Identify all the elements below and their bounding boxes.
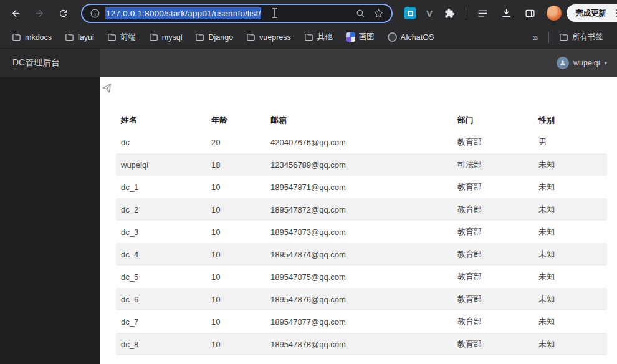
- side-panel-icon: [525, 8, 535, 19]
- bookmark-label: 其他: [317, 32, 333, 42]
- table-cell: 123456789@qq.com: [265, 153, 452, 176]
- site-info-icon[interactable]: [90, 8, 100, 19]
- table-cell: 未知: [533, 153, 607, 176]
- all-bookmarks-button[interactable]: 所有书签: [553, 29, 609, 45]
- column-header: 姓名: [116, 110, 206, 131]
- table-cell: 189547877@qq.com: [265, 310, 452, 333]
- app-header: DC管理后台 wupeiqi ▾: [0, 49, 617, 77]
- kebab-menu-icon[interactable]: ⋮: [612, 7, 617, 19]
- bookmark-item[interactable]: mkdocs: [6, 30, 57, 44]
- url-text[interactable]: 127.0.0.1:8000/stark/app01/userinfo/list…: [105, 7, 261, 19]
- bookmark-item[interactable]: vuepress: [241, 30, 297, 44]
- bookmark-item[interactable]: 前端: [102, 29, 141, 45]
- bookmark-item[interactable]: mysql: [143, 30, 188, 44]
- back-icon: [11, 8, 21, 19]
- data-table: 姓名年龄邮箱部门性别 dc20420407676@qq.com教育部男wupei…: [116, 110, 607, 355]
- app-brand[interactable]: DC管理后台: [0, 49, 100, 77]
- browser-chrome: 127.0.0.1:8000/stark/app01/userinfo/list…: [0, 0, 617, 49]
- table-body: dc20420407676@qq.com教育部男wupeiqi181234567…: [116, 131, 607, 355]
- table-cell: 未知: [533, 198, 607, 221]
- folder-icon: [65, 32, 74, 42]
- tab-list-button[interactable]: [473, 4, 492, 22]
- folder-icon: [107, 32, 117, 42]
- text-cursor-icon: [271, 8, 279, 18]
- user-menu[interactable]: wupeiqi ▾: [557, 57, 617, 69]
- search-icon[interactable]: [355, 8, 366, 19]
- table-cell: 未知: [533, 288, 607, 310]
- bookmark-label: layui: [78, 33, 94, 42]
- table-cell: 189547875@qq.com: [265, 266, 452, 288]
- extension-teal-icon[interactable]: [404, 7, 416, 19]
- folder-icon: [195, 32, 204, 42]
- extension-v-icon[interactable]: V: [426, 8, 433, 19]
- table-cell: 未知: [533, 176, 607, 198]
- table-header-row: 姓名年龄邮箱部门性别: [116, 110, 607, 131]
- bookmark-label: 画图: [359, 32, 375, 42]
- reload-icon: [58, 8, 69, 19]
- bookmark-label: mysql: [162, 33, 183, 42]
- folder-icon: [304, 32, 313, 42]
- table-cell: 10: [206, 176, 265, 198]
- table-cell: 189547872@qq.com: [265, 198, 452, 221]
- table-cell: dc_8: [116, 333, 206, 355]
- table-row: dc_510189547875@qq.com教育部未知: [116, 266, 607, 288]
- bookmark-star-icon[interactable]: [373, 8, 384, 19]
- forward-button[interactable]: [30, 4, 49, 22]
- user-avatar-icon: [557, 57, 569, 69]
- toolbar-divider: [466, 7, 466, 19]
- bookmarks-overflow-chevron[interactable]: »: [527, 32, 544, 42]
- downloads-button[interactable]: [497, 4, 515, 22]
- back-button[interactable]: [6, 4, 25, 22]
- folder-icon: [149, 32, 158, 42]
- table-cell: dc_3: [116, 221, 206, 243]
- table-row: dc_310189547873@qq.com教育部未知: [116, 221, 607, 243]
- chrome-update-button[interactable]: 完成更新 ⋮: [567, 4, 617, 22]
- download-icon: [501, 8, 512, 19]
- side-panel-button[interactable]: [520, 4, 539, 22]
- table-row: dc_410189547874@qq.com教育部未知: [116, 243, 607, 266]
- table-row: dc_110189547871@qq.com教育部未知: [116, 176, 607, 198]
- table-cell: 未知: [533, 243, 607, 266]
- column-header: 年龄: [206, 110, 265, 131]
- table-cell: dc_2: [116, 198, 206, 221]
- table-cell: 189547873@qq.com: [265, 221, 452, 243]
- table-cell: dc_5: [116, 266, 206, 288]
- bookmark-item[interactable]: layui: [59, 30, 100, 44]
- table-cell: 10: [206, 243, 265, 266]
- profile-avatar[interactable]: [547, 6, 562, 21]
- web-page: DC管理后台 wupeiqi ▾ 姓名年龄邮箱部门性别 dc2042040767…: [0, 49, 617, 364]
- bookmark-item[interactable]: AIchatOS: [382, 30, 440, 44]
- table-cell: 司法部: [452, 153, 533, 176]
- table-cell: 未知: [533, 221, 607, 243]
- sidebar: [0, 77, 100, 364]
- table-cell: 教育部: [452, 131, 533, 153]
- username: wupeiqi: [573, 59, 600, 67]
- address-bar[interactable]: 127.0.0.1:8000/stark/app01/userinfo/list…: [81, 4, 393, 23]
- folder-icon: [246, 32, 256, 42]
- send-icon[interactable]: [102, 83, 113, 95]
- table-cell: 189547876@qq.com: [265, 288, 452, 310]
- table-cell: 教育部: [452, 221, 533, 243]
- bookmark-item[interactable]: 画图: [340, 29, 380, 45]
- all-bookmarks-label: 所有书签: [572, 32, 603, 42]
- bookmarks-list: mkdocslayui前端mysqlDjangovuepress其他画图AIch…: [6, 29, 441, 45]
- table-cell: 教育部: [452, 288, 533, 310]
- bookmark-item[interactable]: Django: [189, 30, 239, 44]
- bookmark-item[interactable]: 其他: [299, 29, 338, 45]
- table-cell: dc_1: [116, 176, 206, 198]
- extensions-button[interactable]: [440, 4, 459, 22]
- table-row: dc_710189547877@qq.com教育部未知: [116, 310, 607, 333]
- bookmarks-bar: mkdocslayui前端mysqlDjangovuepress其他画图AIch…: [0, 26, 617, 49]
- table-row: dc_810189547878@qq.com教育部未知: [116, 333, 607, 355]
- table-cell: 男: [533, 131, 607, 153]
- app-body: 姓名年龄邮箱部门性别 dc20420407676@qq.com教育部男wupei…: [0, 77, 617, 364]
- table-cell: 10: [206, 310, 265, 333]
- bookmark-label: Django: [208, 33, 233, 42]
- table-cell: dc_7: [116, 310, 206, 333]
- reload-button[interactable]: [54, 4, 72, 22]
- table-cell: 教育部: [452, 176, 533, 198]
- bookmark-label: mkdocs: [25, 33, 52, 42]
- table-cell: 10: [206, 221, 265, 243]
- table-cell: 教育部: [452, 198, 533, 221]
- column-header: 部门: [452, 110, 533, 131]
